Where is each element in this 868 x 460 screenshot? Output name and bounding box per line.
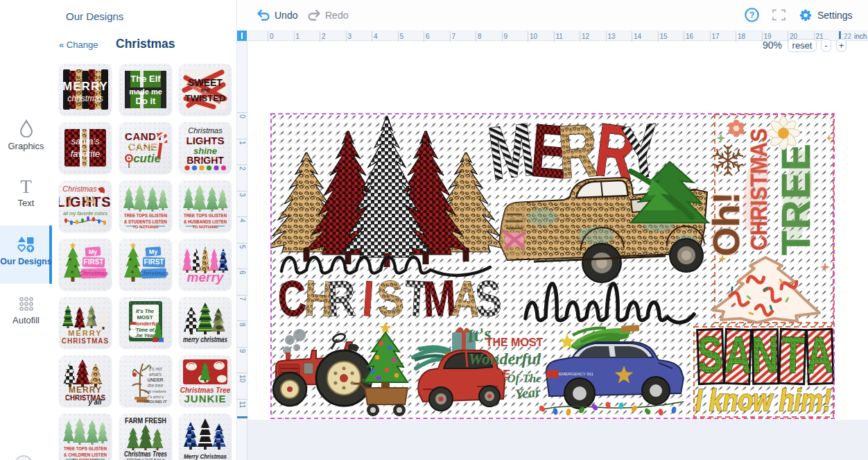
svg-text:T: T [781,326,805,384]
svg-text:favorite: favorite [71,148,101,159]
svg-text:AROUND IT: AROUND IT [144,400,167,404]
svg-text:Christmas Trees: Christmas Trees [124,450,167,458]
svg-text:TREE TOPS GLISTEN: TREE TOPS GLISTEN [124,212,167,219]
svg-text:cutie: cutie [133,152,161,165]
svg-text:N: N [752,326,779,384]
svg-text:TWISTED: TWISTED [185,93,226,103]
svg-text:FIRST: FIRST [84,258,104,266]
svg-text:SWEET: SWEET [188,77,223,88]
svg-text:made me: made me [129,87,162,96]
svg-text:the tree: the tree [147,383,162,388]
svg-text:all my favorite colors: all my favorite colors [63,211,107,216]
svg-text:CANE: CANE [128,141,157,153]
svg-text:S: S [375,270,405,327]
svg-text:Of The: Of The [507,372,541,385]
svg-text:I H: I H [68,194,101,209]
svg-text:CHRISTMAS: CHRISTMAS [62,337,109,345]
svg-text:MERRY: MERRY [68,329,102,337]
svg-text:TIME: TIME [483,368,511,381]
svg-text:S: S [474,270,503,327]
svg-text:?: ? [749,10,755,20]
svg-text:& CHILDREN LISTEN: & CHILDREN LISTEN [64,452,107,458]
svg-text:FARM FRESH: FARM FRESH [125,416,166,425]
svg-text:MERRY: MERRY [62,80,108,93]
svg-text:JUNKIE: JUNKIE [184,393,226,404]
svg-text:merry: merry [187,270,225,284]
svg-text:I know him!: I know him! [695,383,831,417]
svg-text:FIRST: FIRST [144,258,164,266]
svg-text:it's who's: it's who's [147,395,164,399]
svg-text:& STUDENTS LISTEN: & STUDENTS LISTEN [124,219,167,225]
svg-text:It's The: It's The [136,308,154,314]
svg-text:TO NOTHING: TO NOTHING [192,225,218,229]
svg-text:UNDER: UNDER [147,377,163,382]
svg-text:THE MOST: THE MOST [486,337,544,348]
svg-text:Oh!: Oh! [705,192,747,257]
svg-text:A: A [724,326,752,384]
svg-text:LIGHTS: LIGHTS [186,135,225,146]
svg-text:EMERGENCY 911: EMERGENCY 911 [559,372,593,376]
svg-text:Do it: Do it [135,96,156,106]
svg-text:y'all: y'all [87,398,101,406]
svg-text:Christmas: Christmas [139,270,168,277]
svg-text:what's: what's [148,372,162,377]
svg-text:A: A [805,326,833,384]
svg-text:& HUSBANDS LISTEN: & HUSBANDS LISTEN [184,219,227,225]
svg-text:R: R [326,270,357,327]
svg-text:and: and [201,87,209,92]
svg-text:Christmas: Christmas [188,126,223,135]
svg-text:My: My [148,248,157,255]
svg-text:christmas: christmas [67,94,103,103]
svg-text:TREE TOPS GLISTEN: TREE TOPS GLISTEN [64,445,107,452]
svg-text:My: My [89,248,98,255]
svg-text:BRIGHT: BRIGHT [186,155,224,166]
svg-text:MOST: MOST [137,314,153,321]
svg-text:that matters: that matters [144,389,166,393]
svg-text:Christmas: Christmas [62,185,97,193]
svg-text:TO NOTHING: TO NOTHING [132,225,159,229]
svg-text:Wonderful: Wonderful [469,350,541,368]
svg-text:Year: Year [514,384,541,402]
svg-text:S: S [697,326,723,384]
svg-text:Christmas: Christmas [79,270,108,277]
svg-text:merry christmas: merry christmas [183,336,227,343]
svg-text:santa's: santa's [71,136,100,146]
svg-text:The Elf: The Elf [130,74,161,84]
svg-text:TREE TOPS GLISTEN: TREE TOPS GLISTEN [184,212,227,219]
svg-text:Merry Christmas: Merry Christmas [184,452,227,460]
svg-text:it's not: it's not [148,366,162,371]
